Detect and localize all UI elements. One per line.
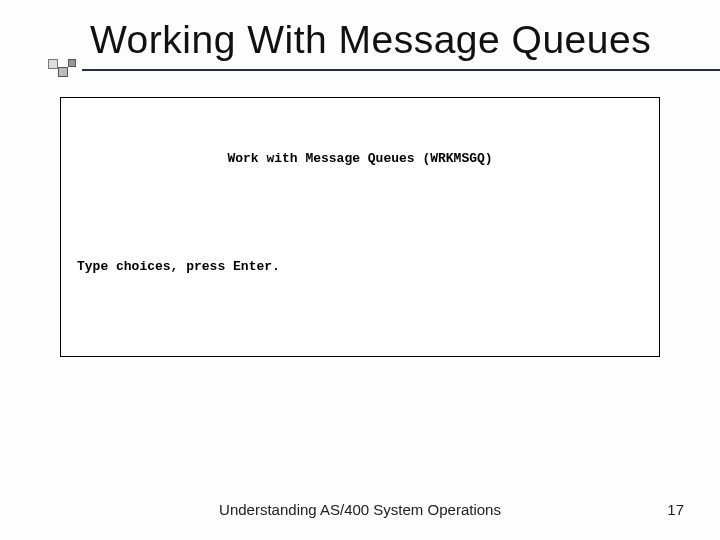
page-number: 17 [667,501,684,518]
title-block: Working With Message Queues [90,18,660,63]
slide: Working With Message Queues Work with Me… [0,0,720,540]
terminal-body: Type choices, press Enter. Message queue… [77,220,643,357]
terminal-instruction: Type choices, press Enter. [77,258,643,277]
terminal-heading: Work with Message Queues (WRKMSGQ) [77,150,643,169]
title-underline [82,69,720,71]
blank-line [77,314,643,333]
terminal-panel: Work with Message Queues (WRKMSGQ) Type … [60,97,660,357]
page-title: Working With Message Queues [90,18,660,63]
footer-text: Understanding AS/400 System Operations [0,501,720,518]
corner-decor-icon [48,45,84,81]
